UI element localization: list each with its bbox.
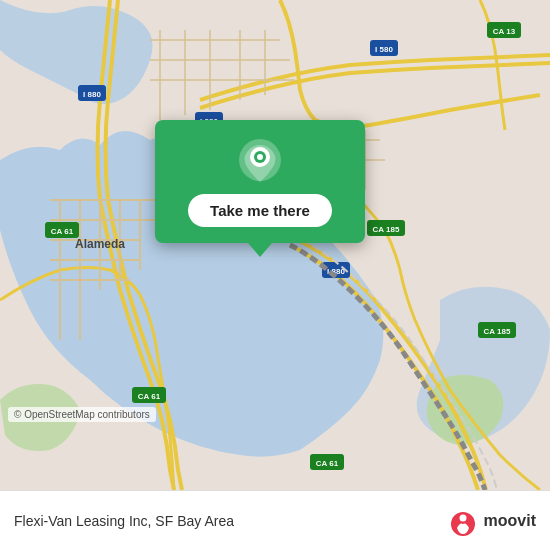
svg-text:CA 13: CA 13 (493, 27, 516, 36)
svg-text:CA 61: CA 61 (138, 392, 161, 401)
svg-text:I 880: I 880 (83, 90, 101, 99)
location-pin-icon (238, 138, 282, 182)
popup-card: Take me there (155, 120, 365, 243)
take-me-there-button[interactable]: Take me there (188, 194, 332, 227)
svg-text:Alameda: Alameda (75, 237, 125, 251)
location-name: Flexi-Van Leasing Inc, SF Bay Area (14, 513, 234, 529)
moovit-logo-icon (448, 506, 478, 536)
moovit-logo: moovit (448, 506, 536, 536)
copyright-text: © OpenStreetMap contributors (8, 407, 156, 422)
svg-text:CA 61: CA 61 (316, 459, 339, 468)
svg-text:CA 185: CA 185 (373, 225, 400, 234)
map-container: I 880 I 880 I 580 CA 13 CA 61 CA 185 CA … (0, 0, 550, 490)
bottom-bar: Flexi-Van Leasing Inc, SF Bay Area moovi… (0, 490, 550, 550)
svg-point-49 (257, 154, 263, 160)
svg-text:I 580: I 580 (375, 45, 393, 54)
svg-text:CA 185: CA 185 (484, 327, 511, 336)
moovit-text: moovit (484, 512, 536, 530)
svg-point-51 (459, 514, 466, 521)
svg-text:CA 61: CA 61 (51, 227, 74, 236)
